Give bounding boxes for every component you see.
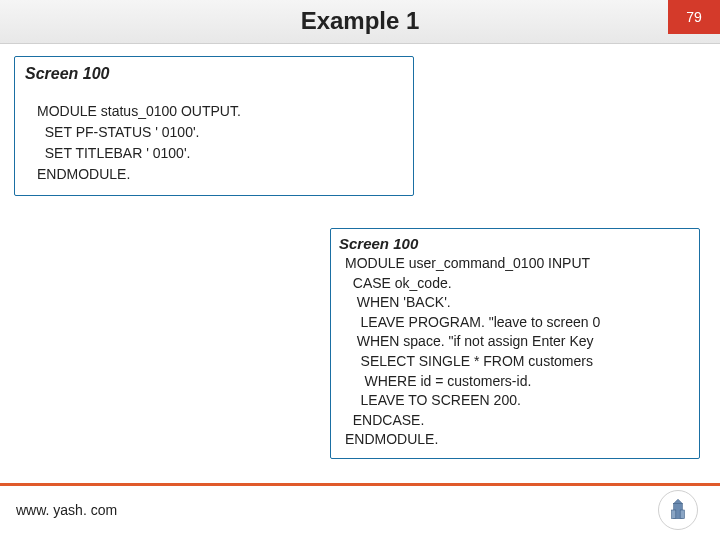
code-box-output: Screen 100 MODULE status_0100 OUTPUT. SE… [14, 56, 414, 196]
page-number-badge: 79 [668, 0, 720, 34]
building-icon [665, 497, 691, 523]
footer-divider [0, 483, 720, 486]
svg-rect-2 [680, 510, 684, 519]
svg-marker-3 [674, 499, 683, 503]
page-title: Example 1 [0, 0, 720, 42]
screen-label-2: Screen 100 [339, 235, 691, 252]
svg-rect-1 [672, 510, 676, 519]
footer-logo-icon [658, 490, 698, 530]
header-bar: Example 1 79 [0, 0, 720, 44]
code-block-output: MODULE status_0100 OUTPUT. SET PF-STATUS… [25, 101, 403, 185]
screen-label-1: Screen 100 [25, 65, 403, 83]
code-block-input: MODULE user_command_0100 INPUT CASE ok_c… [339, 254, 691, 450]
code-box-input: Screen 100 MODULE user_command_0100 INPU… [330, 228, 700, 459]
footer-url: www. yash. com [16, 502, 117, 518]
